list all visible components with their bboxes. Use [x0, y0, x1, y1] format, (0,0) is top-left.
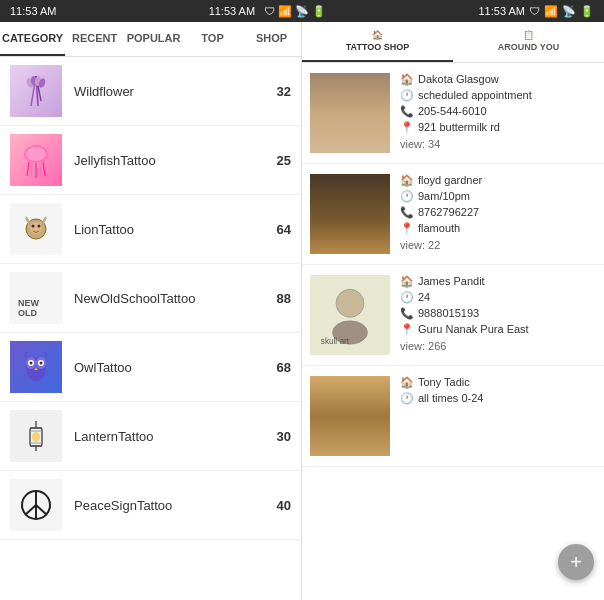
svg-point-26 — [40, 362, 43, 365]
item-count-owl: 68 — [277, 360, 291, 375]
svg-text:OLD: OLD — [18, 308, 37, 318]
svg-point-40 — [336, 289, 364, 317]
battery-icon-r: 🔋 — [580, 5, 594, 18]
home-icon-shop-2: 🏠 — [400, 174, 414, 187]
shop-address-row-2: 📍 flamouth — [400, 222, 596, 235]
main-content: CATEGORY RECENT POPULAR TOP SHOP — [0, 22, 604, 600]
status-bar: 11:53 AM 11:53 AM 🛡 📶 📡 🔋 11:53 AM 🛡 📶 📡… — [0, 0, 604, 22]
tab-recent-left[interactable]: RECENT — [65, 22, 124, 56]
home-icon-shop-4: 🏠 — [400, 376, 414, 389]
shop-schedule-3: 24 — [418, 291, 430, 303]
shop-schedule-2: 9am/10pm — [418, 190, 470, 202]
tab-category[interactable]: CATEGORY — [0, 22, 65, 56]
phone-icon-3: 📞 — [400, 307, 414, 320]
shop-phone-row-2: 📞 8762796227 — [400, 206, 596, 219]
wifi-icon-r: 📶 — [544, 5, 558, 18]
shop-address-1: 921 buttermilk rd — [418, 121, 500, 133]
shop-info-2: 🏠 floyd gardner 🕐 9am/10pm 📞 8762796227 — [390, 174, 596, 254]
shop-phone-1: 205-544-6010 — [418, 105, 487, 117]
item-count-peacesign: 40 — [277, 498, 291, 513]
list-item[interactable]: OwlTattoo 68 — [0, 333, 301, 402]
signal-icon-r: 📡 — [562, 5, 576, 18]
list-item[interactable]: JellyfishTattoo 25 — [0, 126, 301, 195]
tab-popular-left[interactable]: POPULAR — [124, 22, 183, 56]
phone-icon-2: 📞 — [400, 206, 414, 219]
shop-address-row-3: 📍 Guru Nanak Pura East — [400, 323, 596, 336]
svg-line-13 — [43, 162, 45, 176]
signal-icon: 📡 — [295, 5, 309, 17]
item-name-jellyfish: JellyfishTattoo — [74, 153, 277, 168]
shop-card[interactable]: 🏠 Dakota Glasgow 🕐 scheduled appointment… — [302, 63, 604, 164]
svg-point-33 — [32, 432, 40, 442]
shop-thumb-1 — [310, 73, 390, 153]
shop-list: 🏠 Dakota Glasgow 🕐 scheduled appointment… — [302, 63, 604, 600]
list-item[interactable]: LanternTattoo 30 — [0, 402, 301, 471]
status-bar-right: 11:53 AM 🛡 📶 📡 🔋 — [479, 5, 594, 18]
shop-views-1: view: 34 — [400, 138, 596, 150]
shop-info-1: 🏠 Dakota Glasgow 🕐 scheduled appointment… — [390, 73, 596, 153]
home-icon-shop-3: 🏠 — [400, 275, 414, 288]
clock-icon-4: 🕐 — [400, 392, 414, 405]
shop-name-row-3: 🏠 James Pandit — [400, 275, 596, 288]
shop-card[interactable]: skull art 🏠 James Pandit 🕐 24 — [302, 265, 604, 366]
svg-point-16 — [32, 225, 35, 228]
left-panel: CATEGORY RECENT POPULAR TOP SHOP — [0, 22, 302, 600]
svg-point-17 — [38, 225, 41, 228]
shop-address-3: Guru Nanak Pura East — [418, 323, 529, 335]
tab-tattoo-shop-label: TATTOO SHOP — [346, 42, 410, 52]
item-count-newold: 88 — [277, 291, 291, 306]
list-item[interactable]: Wildflower 32 — [0, 57, 301, 126]
thumb-owl — [10, 341, 62, 393]
svg-line-9 — [27, 162, 29, 176]
thumb-jellyfish — [10, 134, 62, 186]
right-nav-tabs: 🏠 TATTOO SHOP 📋 AROUND YOU — [302, 22, 604, 63]
home-icon-shop: 🏠 — [400, 73, 414, 86]
svg-line-10 — [31, 163, 32, 177]
battery-icon: 🔋 — [312, 5, 326, 17]
clock-icon-2: 🕐 — [400, 190, 414, 203]
shop-schedule-row-2: 🕐 9am/10pm — [400, 190, 596, 203]
item-count-jellyfish: 25 — [277, 153, 291, 168]
category-list: Wildflower 32 JellyfishTattoo — [0, 57, 301, 600]
item-name-owl: OwlTattoo — [74, 360, 277, 375]
svg-text:skull art: skull art — [321, 337, 350, 346]
svg-line-39 — [36, 505, 47, 515]
shop-phone-2: 8762796227 — [418, 206, 479, 218]
shop-phone-3: 9888015193 — [418, 307, 479, 319]
thumb-peacesign — [10, 479, 62, 531]
shop-phone-row: 📞 205-544-6010 — [400, 105, 596, 118]
shop-info-4: 🏠 Tony Tadic 🕐 all times 0-24 — [390, 376, 596, 456]
shop-card[interactable]: 🏠 Tony Tadic 🕐 all times 0-24 — [302, 366, 604, 467]
svg-line-38 — [25, 505, 36, 515]
shop-thumb-4 — [310, 376, 390, 456]
list-item[interactable]: NEW OLD NewOldSchoolTattoo 88 — [0, 264, 301, 333]
home-icon: 🏠 — [372, 30, 383, 40]
shop-schedule-row-3: 🕐 24 — [400, 291, 596, 304]
tab-around-you[interactable]: 📋 AROUND YOU — [453, 22, 604, 62]
time-right: 11:53 AM — [479, 5, 525, 17]
clock-icon-3: 🕐 — [400, 291, 414, 304]
right-wrapper: 🏠 TATTOO SHOP 📋 AROUND YOU 🏠 Dakota Glas… — [302, 22, 604, 600]
clock-icon-1: 🕐 — [400, 89, 414, 102]
shop-card[interactable]: 🏠 floyd gardner 🕐 9am/10pm 📞 8762796227 — [302, 164, 604, 265]
time-center: 11:53 AM — [209, 5, 255, 17]
tab-top-left[interactable]: TOP — [183, 22, 242, 56]
list-item[interactable]: LionTattoo 64 — [0, 195, 301, 264]
shop-name-2: floyd gardner — [418, 174, 482, 186]
shop-schedule-1: scheduled appointment — [418, 89, 532, 101]
pin-icon-1: 📍 — [400, 121, 414, 134]
shop-name-4: Tony Tadic — [418, 376, 470, 388]
shop-schedule-row: 🕐 scheduled appointment — [400, 89, 596, 102]
fab-button[interactable]: + — [558, 544, 594, 580]
list-item[interactable]: PeaceSignTattoo 40 — [0, 471, 301, 540]
phone-icon-1: 📞 — [400, 105, 414, 118]
tab-shop-left[interactable]: SHOP — [242, 22, 301, 56]
item-count-wildflower: 32 — [277, 84, 291, 99]
svg-line-12 — [40, 163, 41, 177]
left-nav-tabs: CATEGORY RECENT POPULAR TOP SHOP — [0, 22, 301, 57]
item-count-lantern: 30 — [277, 429, 291, 444]
tab-tattoo-shop[interactable]: 🏠 TATTOO SHOP — [302, 22, 453, 62]
shop-views-3: view: 266 — [400, 340, 596, 352]
item-name-lion: LionTattoo — [74, 222, 277, 237]
thumb-newold: NEW OLD — [10, 272, 62, 324]
